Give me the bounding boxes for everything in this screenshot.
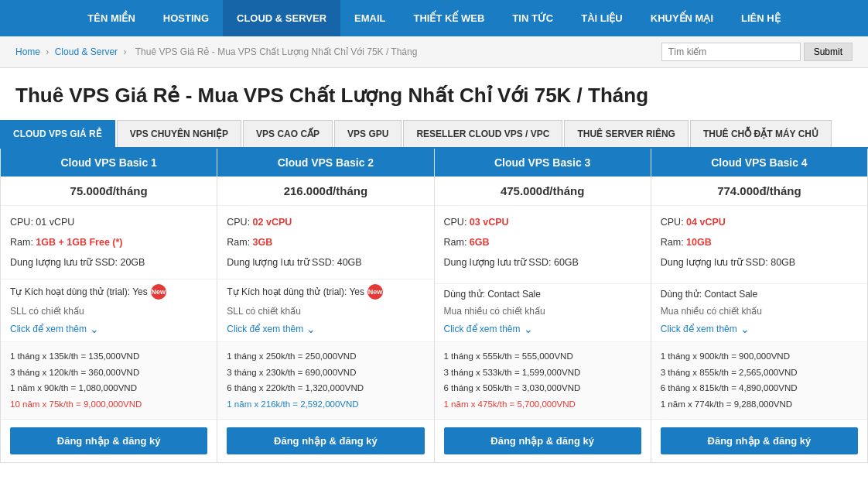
search-input[interactable] (661, 43, 801, 61)
plan-1-specs: CPU: 01 vCPU Ram: 1GB + 1GB Free (*) Dun… (1, 206, 217, 279)
top-navigation: TÊN MIỀN HOSTING CLOUD & SERVER EMAIL TH… (0, 0, 868, 36)
plan-3-cpu: CPU: 03 vCPU (444, 212, 641, 232)
tab-bar: CLOUD VPS GIÁ RẺ VPS CHUYÊN NGHIỆP VPS C… (0, 120, 868, 149)
plan-2-trial: Tự Kích hoạt dùng thử (trial): Yes New (217, 279, 433, 304)
nav-khuyen-mai[interactable]: KHUYẾN MẠI (637, 0, 727, 36)
plan-2-price-line-1: 1 tháng x 250k/th = 250,000VND (227, 348, 424, 365)
plan-4-price: 774.000đ/tháng (651, 177, 867, 206)
nav-tin-tuc[interactable]: TIN TỨC (498, 0, 567, 36)
breadcrumb-sep1: › (46, 46, 51, 57)
plan-4-pricing: 1 tháng x 900k/th = 900,000VND 3 tháng x… (651, 342, 867, 420)
search-area: Submit (661, 43, 853, 61)
plan-1-sll: SLL có chiết khấu (1, 304, 217, 320)
plan-1-footer: Đăng nhập & đăng ký (1, 420, 217, 462)
new-badge-2: New (367, 284, 383, 300)
plans-grid: Cloud VPS Basic 1 75.000đ/tháng CPU: 01 … (0, 149, 868, 463)
breadcrumb-sep2: › (123, 46, 128, 57)
plan-3-pricing: 1 tháng x 555k/th = 555,000VND 3 tháng x… (435, 342, 651, 420)
plan-2-sll: SLL có chiết khấu (217, 304, 433, 320)
tab-thue-server-rieng[interactable]: THUÊ SERVER RIÊNG (564, 120, 688, 147)
plan-2-register-button[interactable]: Đăng nhập & đăng ký (227, 427, 424, 454)
plan-1-price-line-4: 10 năm x 75k/th = 9,000,000VND (10, 396, 207, 413)
plan-2-header: Cloud VPS Basic 2 (217, 149, 433, 177)
plan-2-price: 216.000đ/tháng (217, 177, 433, 206)
nav-tai-lieu[interactable]: TÀI LIỆU (567, 0, 637, 36)
plan-3-price-line-4: 1 năm x 475k/th = 5,700,000VND (444, 396, 641, 413)
plan-2-ssd: Dung lượng lưu trữ SSD: 40GB (227, 252, 424, 272)
plan-3-trial2: Mua nhiều có chiết khấu (435, 304, 651, 320)
plan-2-price-line-2: 3 tháng x 230k/th = 690,000VND (227, 365, 424, 381)
chevron-down-icon-3: ⌄ (524, 323, 533, 335)
plan-4-trial2: Mua nhiều có chiết khấu (651, 304, 867, 320)
plan-3-price: 475.000đ/tháng (435, 177, 651, 206)
breadcrumb-home[interactable]: Home (15, 46, 40, 57)
breadcrumb-cloud[interactable]: Cloud & Server (55, 46, 118, 57)
search-button[interactable]: Submit (804, 43, 853, 61)
plan-4-header: Cloud VPS Basic 4 (651, 149, 867, 177)
plan-4-trial: Dùng thử: Contact Sale (651, 284, 867, 304)
breadcrumb-bar: Home › Cloud & Server › Thuê VPS Giá Rẻ … (0, 36, 868, 68)
plan-3-trial: Dùng thử: Contact Sale (435, 284, 651, 304)
plan-4-register-button[interactable]: Đăng nhập & đăng ký (661, 427, 858, 454)
plan-3-price-line-1: 1 tháng x 555k/th = 555,000VND (444, 348, 641, 365)
plan-2-price-line-4: 1 năm x 216k/th = 2,592,000VND (227, 396, 424, 413)
plan-4-price-line-1: 1 tháng x 900k/th = 900,000VND (661, 348, 858, 365)
plan-2-pricing: 1 tháng x 250k/th = 250,000VND 3 tháng x… (217, 342, 433, 420)
new-badge-1: New (151, 284, 166, 300)
plan-basic-2: Cloud VPS Basic 2 216.000đ/tháng CPU: 02… (217, 149, 434, 463)
plan-1-click-more[interactable]: Click để xem thêm ⌄ (1, 320, 217, 342)
tab-vps-chuyen-nghiep[interactable]: VPS CHUYÊN NGHIỆP (117, 120, 241, 147)
plan-3-ssd: Dung lượng lưu trữ SSD: 60GB (444, 252, 641, 272)
plan-3-click-more[interactable]: Click để xem thêm ⌄ (435, 320, 651, 342)
page-title: Thuê VPS Giá Rẻ - Mua VPS Chất Lượng Nhấ… (0, 68, 868, 120)
plan-1-trial: Tự Kích hoạt dùng thử (trial): Yes New (1, 279, 217, 304)
plan-4-ssd: Dung lượng lưu trữ SSD: 80GB (661, 252, 858, 272)
plan-4-price-line-3: 6 tháng x 815k/th = 4,890,000VND (661, 380, 858, 396)
plan-3-footer: Đăng nhập & đăng ký (435, 420, 651, 462)
nav-cloud-server[interactable]: CLOUD & SERVER (223, 0, 340, 36)
nav-ten-mien[interactable]: TÊN MIỀN (73, 0, 149, 36)
nav-hosting[interactable]: HOSTING (149, 0, 223, 36)
plan-4-price-line-4: 1 năm x 774k/th = 9,288,000VND (661, 396, 858, 413)
plan-3-price-line-2: 3 tháng x 533k/th = 1,599,000VND (444, 365, 641, 381)
plan-1-cpu: CPU: 01 vCPU (10, 212, 207, 232)
plan-1-pricing: 1 tháng x 135k/th = 135,000VND 3 tháng x… (1, 342, 217, 420)
nav-thiet-ke-web[interactable]: THIẾT KẾ WEB (400, 0, 499, 36)
plan-3-header: Cloud VPS Basic 3 (435, 149, 651, 177)
plan-basic-1: Cloud VPS Basic 1 75.000đ/tháng CPU: 01 … (1, 149, 217, 463)
tab-thue-cho-dat-may-chu[interactable]: THUÊ CHỖ ĐẶT MÁY CHỦ (690, 120, 832, 147)
plan-4-footer: Đăng nhập & đăng ký (651, 420, 867, 462)
plan-1-header: Cloud VPS Basic 1 (1, 149, 217, 177)
plan-4-cpu: CPU: 04 vCPU (661, 212, 858, 232)
plan-1-price-line-2: 3 tháng x 120k/th = 360,000VND (10, 365, 207, 381)
plan-2-footer: Đăng nhập & đăng ký (217, 420, 433, 462)
tab-vps-gpu[interactable]: VPS GPU (334, 120, 402, 147)
plan-2-click-more[interactable]: Click để xem thêm ⌄ (217, 320, 433, 342)
chevron-down-icon-1: ⌄ (90, 323, 99, 335)
plan-1-price-line-3: 1 năm x 90k/th = 1,080,000VND (10, 380, 207, 396)
plan-3-specs: CPU: 03 vCPU Ram: 6GB Dung lượng lưu trữ… (435, 206, 651, 284)
plan-basic-4: Cloud VPS Basic 4 774.000đ/tháng CPU: 04… (651, 149, 868, 463)
tab-reseller-cloud-vps[interactable]: RESELLER CLOUD VPS / VPC (403, 120, 562, 147)
breadcrumb: Home › Cloud & Server › Thuê VPS Giá Rẻ … (15, 46, 420, 57)
plan-4-ram: Ram: 10GB (661, 232, 858, 252)
plan-1-ssd: Dung lượng lưu trữ SSD: 20GB (10, 252, 207, 272)
plan-4-specs: CPU: 04 vCPU Ram: 10GB Dung lượng lưu tr… (651, 206, 867, 284)
plan-3-register-button[interactable]: Đăng nhập & đăng ký (444, 427, 641, 454)
chevron-down-icon-2: ⌄ (306, 323, 316, 335)
tab-cloud-vps-gia-re[interactable]: CLOUD VPS GIÁ RẺ (0, 120, 115, 147)
tab-vps-cao-cap[interactable]: VPS CAO CẤP (243, 120, 333, 147)
plan-1-register-button[interactable]: Đăng nhập & đăng ký (10, 427, 207, 454)
plan-3-price-line-3: 6 tháng x 505k/th = 3,030,000VND (444, 380, 641, 396)
plan-4-click-more[interactable]: Click để xem thêm ⌄ (651, 320, 867, 342)
nav-lien-he[interactable]: LIÊN HỆ (727, 0, 795, 36)
plan-4-price-line-2: 3 tháng x 855k/th = 2,565,000VND (661, 365, 858, 381)
nav-email[interactable]: EMAIL (340, 0, 399, 36)
plan-1-price: 75.000đ/tháng (1, 177, 217, 206)
plan-1-ram: Ram: 1GB + 1GB Free (*) (10, 232, 207, 252)
plan-3-ram: Ram: 6GB (444, 232, 641, 252)
plan-basic-3: Cloud VPS Basic 3 475.000đ/tháng CPU: 03… (435, 149, 651, 463)
plan-2-cpu: CPU: 02 vCPU (227, 212, 424, 232)
chevron-down-icon-4: ⌄ (740, 323, 750, 335)
plan-1-price-line-1: 1 tháng x 135k/th = 135,000VND (10, 348, 207, 365)
